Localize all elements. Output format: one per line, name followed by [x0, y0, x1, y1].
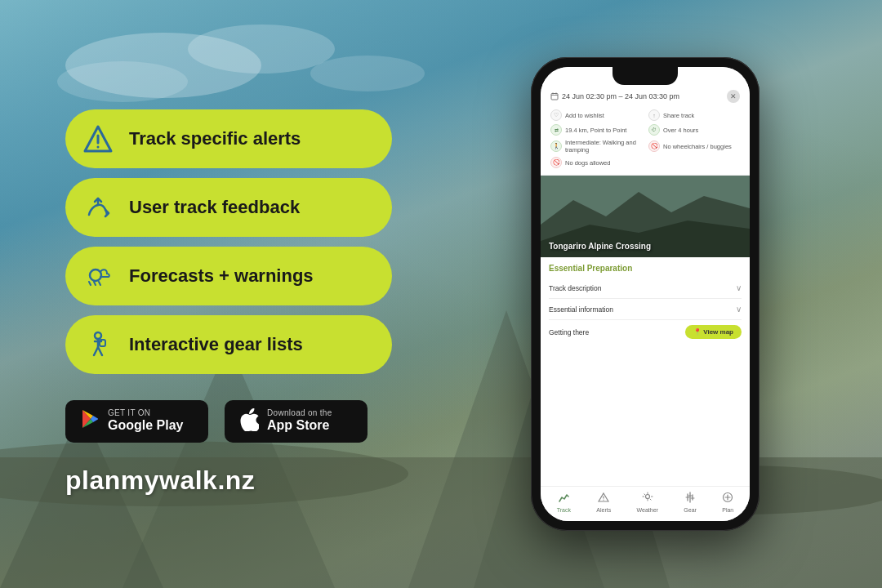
feature-label-gear-lists: Interactive gear lists — [129, 334, 303, 355]
getting-there-row: Getting there 📍 View map — [549, 320, 742, 344]
heart-icon: ♡ — [550, 109, 562, 121]
warning-triangle-icon — [80, 121, 116, 157]
accordion-essential-info[interactable]: Essential information ∨ — [549, 299, 742, 320]
feature-item-user-feedback: User track feedback — [65, 178, 392, 237]
bottom-nav: Track Alerts — [541, 486, 750, 521]
cloud-weather-icon — [80, 258, 116, 294]
app-store-text: Download on the App Store — [267, 408, 332, 433]
right-panel: 24 Jun 02:30 pm – 24 Jun 03:30 pm ✕ ♡ Ad… — [433, 0, 882, 588]
main-content: Track specific alerts User track feedbac… — [0, 0, 882, 588]
nav-item-alerts[interactable]: Alerts — [596, 492, 611, 513]
feature-label-forecasts: Forecasts + warnings — [129, 265, 314, 287]
google-play-icon — [80, 409, 100, 433]
video-thumbnail[interactable]: ▶ Tongariro Alpine Crossing — [541, 176, 750, 257]
info-dogs: 🚫 No dogs allowed — [550, 157, 642, 168]
info-duration: ⏱ Over 4 hours — [648, 124, 740, 136]
screen-content: Essential Preparation Track description … — [541, 257, 750, 486]
nav-item-gear[interactable]: Gear — [684, 492, 697, 513]
info-accessibility: 🚫 No wheelchairs / buggies — [648, 139, 740, 154]
no-dogs-icon: 🚫 — [550, 157, 562, 168]
chevron-down-icon: ∨ — [736, 283, 742, 292]
info-share: ↑ Share track — [648, 109, 740, 121]
gear-nav-icon — [684, 492, 696, 506]
feature-item-gear-lists: Interactive gear lists — [65, 315, 392, 374]
info-distance: ⇄ 19.4 km, Point to Point — [550, 124, 642, 136]
phone-notch — [612, 67, 678, 85]
essential-preparation-title: Essential Preparation — [549, 264, 742, 273]
plan-nav-icon — [722, 492, 733, 506]
google-play-button[interactable]: GET IT ON Google Play — [65, 400, 208, 443]
svg-rect-16 — [100, 340, 105, 346]
close-button[interactable]: ✕ — [727, 90, 740, 103]
getting-there-label: Getting there — [549, 328, 589, 336]
hiker-gear-icon — [80, 327, 116, 363]
info-wishlist: ♡ Add to wishlist — [550, 109, 642, 121]
store-buttons: GET IT ON Google Play Download on the Ap… — [65, 400, 400, 443]
route-feedback-icon — [80, 189, 116, 225]
svg-point-28 — [645, 495, 649, 499]
svg-point-14 — [90, 270, 101, 281]
video-title: Tongariro Alpine Crossing — [549, 242, 725, 251]
svg-point-13 — [97, 145, 100, 148]
svg-rect-17 — [551, 94, 558, 100]
accordion-track-description[interactable]: Track description ∨ — [549, 278, 742, 299]
info-difficulty: 🚶 Intermediate: Walking and tramping — [550, 139, 642, 154]
view-map-button[interactable]: 📍 View map — [685, 325, 742, 339]
alerts-nav-icon — [598, 492, 609, 506]
chevron-down-icon-2: ∨ — [736, 305, 742, 314]
feature-list: Track specific alerts User track feedbac… — [65, 109, 400, 374]
website-url: planmywalk.nz — [65, 466, 400, 496]
share-icon: ↑ — [648, 109, 660, 121]
apple-icon — [239, 408, 259, 434]
info-grid: ♡ Add to wishlist ↑ Share track ⇄ 19.4 k… — [550, 109, 740, 168]
no-wheelchair-icon: 🚫 — [648, 140, 660, 152]
svg-point-27 — [604, 500, 604, 501]
app-store-button[interactable]: Download on the App Store — [225, 400, 368, 443]
distance-icon: ⇄ — [550, 124, 562, 136]
feature-label-user-feedback: User track feedback — [129, 197, 300, 218]
date-bar: 24 Jun 02:30 pm – 24 Jun 03:30 pm ✕ — [550, 90, 740, 103]
feature-item-track-alerts: Track specific alerts — [65, 109, 392, 168]
difficulty-icon: 🚶 — [550, 140, 562, 152]
feature-label-track-alerts: Track specific alerts — [129, 128, 301, 149]
nav-item-plan[interactable]: Plan — [722, 492, 733, 513]
phone-mockup: 24 Jun 02:30 pm – 24 Jun 03:30 pm ✕ ♡ Ad… — [531, 57, 760, 531]
date-range: 24 Jun 02:30 pm – 24 Jun 03:30 pm — [550, 92, 679, 100]
google-play-text: GET IT ON Google Play — [108, 408, 183, 433]
weather-nav-icon — [642, 492, 653, 506]
left-panel: Track specific alerts User track feedbac… — [0, 0, 433, 588]
feature-item-forecasts: Forecasts + warnings — [65, 247, 392, 305]
phone-screen: 24 Jun 02:30 pm – 24 Jun 03:30 pm ✕ ♡ Ad… — [541, 67, 750, 521]
clock-icon: ⏱ — [648, 124, 660, 136]
nav-item-track[interactable]: Track — [557, 492, 571, 513]
track-nav-icon — [558, 492, 569, 506]
nav-item-weather[interactable]: Weather — [637, 492, 658, 513]
